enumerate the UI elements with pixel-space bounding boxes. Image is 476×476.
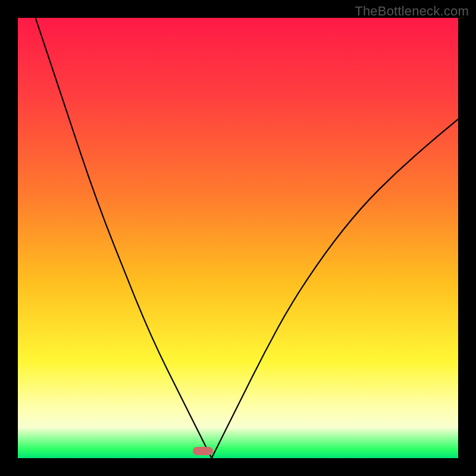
bottleneck-marker: [193, 447, 213, 455]
plot-area: [18, 18, 458, 458]
chart-stage: TheBottleneck.com: [0, 0, 476, 476]
watermark-text: TheBottleneck.com: [355, 4, 469, 19]
